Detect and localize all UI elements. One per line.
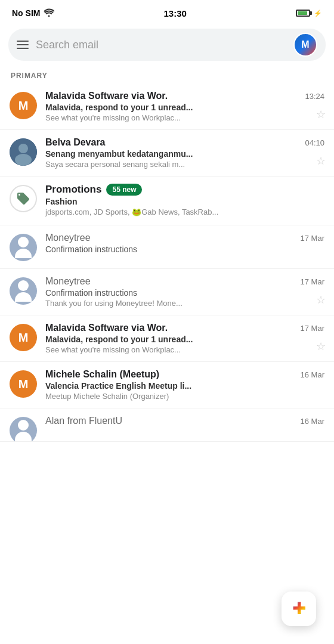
star-icon[interactable]: ☆ bbox=[316, 340, 326, 353]
status-bar: No SIM 13:30 ⚡ bbox=[0, 0, 334, 24]
sender-name: Moneytree bbox=[45, 276, 91, 287]
sender-name: Moneytree bbox=[45, 233, 91, 243]
email-item[interactable]: M Michele Schalin (Meetup) 16 Mar Valenc… bbox=[0, 362, 334, 408]
email-preview: Saya secara personal senang sekali m... bbox=[45, 160, 324, 169]
promotions-label: Promotions bbox=[45, 184, 101, 196]
email-subject: Malavida, respond to your 1 unread... bbox=[45, 335, 324, 344]
email-content: Moneytree 17 Mar Confirmation instructio… bbox=[45, 276, 324, 308]
sender-avatar bbox=[10, 234, 37, 261]
star-icon[interactable]: ☆ bbox=[316, 108, 326, 121]
email-time: 17 Mar bbox=[301, 277, 324, 286]
section-label-primary: PRIMARY bbox=[0, 67, 334, 83]
search-placeholder[interactable]: Search email bbox=[36, 39, 286, 51]
battery-icon bbox=[296, 10, 310, 17]
star-icon[interactable]: ☆ bbox=[316, 293, 326, 306]
battery-indicator: ⚡ bbox=[296, 10, 322, 17]
svg-point-2 bbox=[15, 154, 32, 166]
sender-name: Belva Devara bbox=[45, 137, 106, 148]
email-subject: Confirmation instructions bbox=[45, 288, 324, 298]
email-preview: Meetup Michele Schalin (Organizer) bbox=[45, 392, 324, 401]
sender-name: Malavida Software via Wor. bbox=[45, 91, 168, 101]
compose-button[interactable]: ✚ bbox=[282, 592, 316, 626]
hamburger-menu[interactable] bbox=[17, 41, 29, 49]
sender-avatar bbox=[10, 138, 37, 166]
email-subject: Confirmation instructions bbox=[45, 244, 324, 254]
user-avatar[interactable]: M bbox=[293, 33, 317, 57]
email-item[interactable]: Belva Devara 04:10 Senang menyambut keda… bbox=[0, 130, 334, 177]
email-item[interactable]: Moneytree 17 Mar Confirmation instructio… bbox=[0, 269, 334, 315]
email-preview: jdsports.com, JD Sports, 🐸Gab News, Task… bbox=[45, 208, 324, 216]
wifi-icon bbox=[44, 8, 54, 18]
email-subject: Valencia Practice English Meetup li... bbox=[45, 381, 324, 391]
compose-icon: ✚ bbox=[292, 600, 306, 617]
email-item[interactable]: Alan from FluentU 16 Mar bbox=[0, 408, 334, 442]
sender-avatar: M bbox=[10, 324, 37, 351]
email-list: M Malavida Software via Wor. 13:24 Malav… bbox=[0, 83, 334, 442]
email-subline: Fashion bbox=[45, 197, 324, 206]
promotions-icon bbox=[10, 185, 37, 212]
carrier-wifi: No SIM bbox=[12, 8, 54, 18]
email-item[interactable]: M Malavida Software via Wor. 17 Mar Mala… bbox=[0, 315, 334, 362]
email-preview: See what you're missing on Workplac... bbox=[45, 113, 324, 122]
email-subject: Malavida, respond to your 1 unread... bbox=[45, 103, 324, 112]
search-bar[interactable]: Search email M bbox=[8, 29, 326, 61]
promotions-item[interactable]: Promotions 55 new Fashion jdsports.com, … bbox=[0, 177, 334, 225]
sender-avatar: M bbox=[10, 370, 37, 398]
sender-name: Michele Schalin (Meetup) bbox=[45, 369, 159, 380]
email-content: Malavida Software via Wor. 13:24 Malavid… bbox=[45, 91, 324, 122]
email-subject: Senang menyambut kedatanganmu... bbox=[45, 149, 324, 159]
email-item[interactable]: M Malavida Software via Wor. 13:24 Malav… bbox=[0, 83, 334, 130]
email-content: Belva Devara 04:10 Senang menyambut keda… bbox=[45, 137, 324, 169]
email-content: Moneytree 17 Mar Confirmation instructio… bbox=[45, 233, 324, 255]
sender-avatar bbox=[10, 417, 37, 442]
email-time: 13:24 bbox=[305, 92, 324, 101]
sender-avatar: M bbox=[10, 92, 37, 119]
charging-bolt: ⚡ bbox=[314, 10, 322, 17]
promotions-badge: 55 new bbox=[106, 184, 142, 196]
carrier-text: No SIM bbox=[12, 8, 40, 18]
email-preview: Thank you for using Moneytree! Mone... bbox=[45, 299, 324, 308]
time-display: 13:30 bbox=[164, 8, 187, 18]
sender-name: Malavida Software via Wor. bbox=[45, 323, 168, 333]
sender-avatar bbox=[10, 277, 37, 305]
email-content: Alan from FluentU 16 Mar bbox=[45, 416, 324, 428]
email-item[interactable]: Moneytree 17 Mar Confirmation instructio… bbox=[0, 225, 334, 269]
email-time: 16 Mar bbox=[301, 370, 324, 379]
star-icon[interactable]: ☆ bbox=[316, 154, 326, 168]
svg-point-1 bbox=[18, 144, 28, 153]
email-content: Michele Schalin (Meetup) 16 Mar Valencia… bbox=[45, 369, 324, 401]
email-time: 17 Mar bbox=[301, 234, 324, 243]
email-content: Malavida Software via Wor. 17 Mar Malavi… bbox=[45, 323, 324, 354]
sender-name: Alan from FluentU bbox=[45, 416, 122, 426]
email-time: 16 Mar bbox=[301, 417, 324, 426]
email-preview: See what you're missing on Workplac... bbox=[45, 345, 324, 354]
email-time: 17 Mar bbox=[301, 324, 324, 333]
email-time: 04:10 bbox=[305, 138, 324, 147]
email-content: Promotions 55 new Fashion jdsports.com, … bbox=[45, 184, 324, 216]
